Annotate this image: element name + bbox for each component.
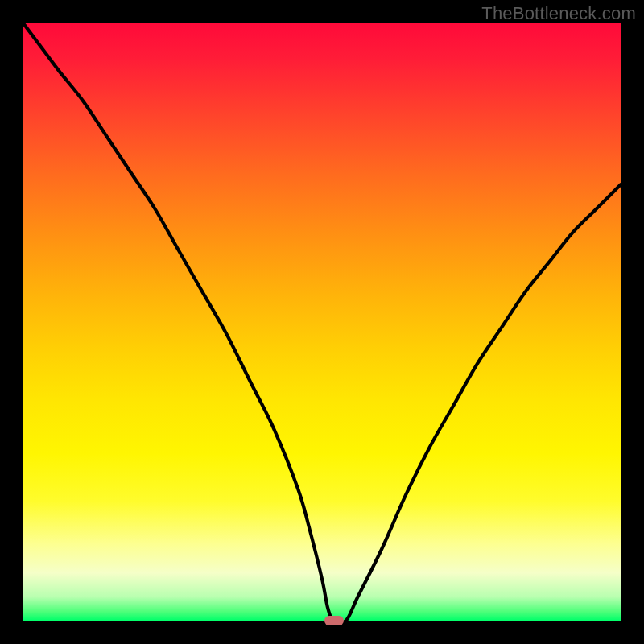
bottleneck-curve — [23, 23, 621, 621]
watermark-text: TheBottleneck.com — [481, 3, 636, 24]
optimum-marker — [324, 616, 344, 625]
chart-frame: TheBottleneck.com — [0, 0, 644, 644]
chart-plot-area — [23, 23, 621, 621]
